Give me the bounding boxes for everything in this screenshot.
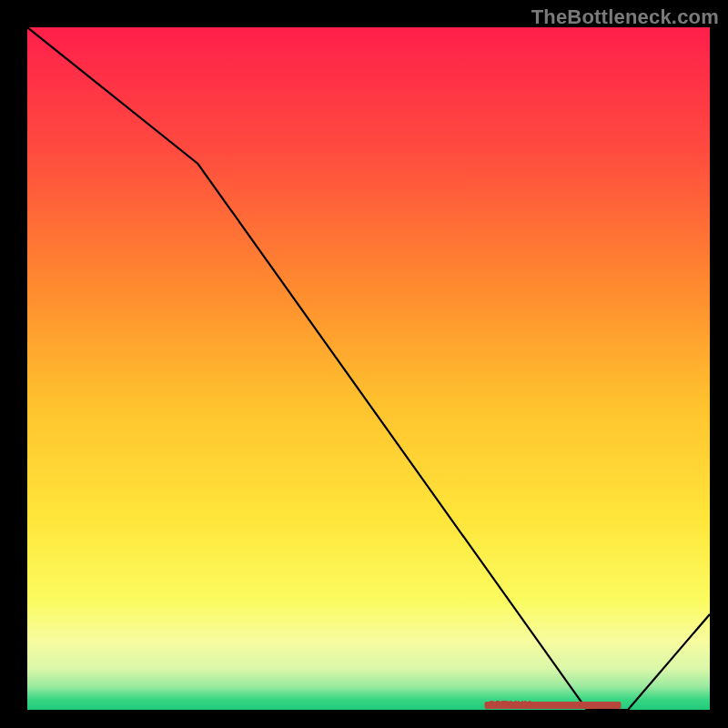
- frame-right: [710, 22, 715, 715]
- chart-svg: OPTIMUM: [0, 0, 728, 728]
- plot-background: [27, 27, 710, 710]
- optimum-label: OPTIMUM: [489, 700, 531, 710]
- frame-left: [22, 22, 27, 715]
- watermark-text: TheBottleneck.com: [531, 5, 719, 29]
- chart-container: TheBottleneck.com OPTIMUM: [0, 0, 728, 728]
- frame-bottom: [22, 710, 715, 715]
